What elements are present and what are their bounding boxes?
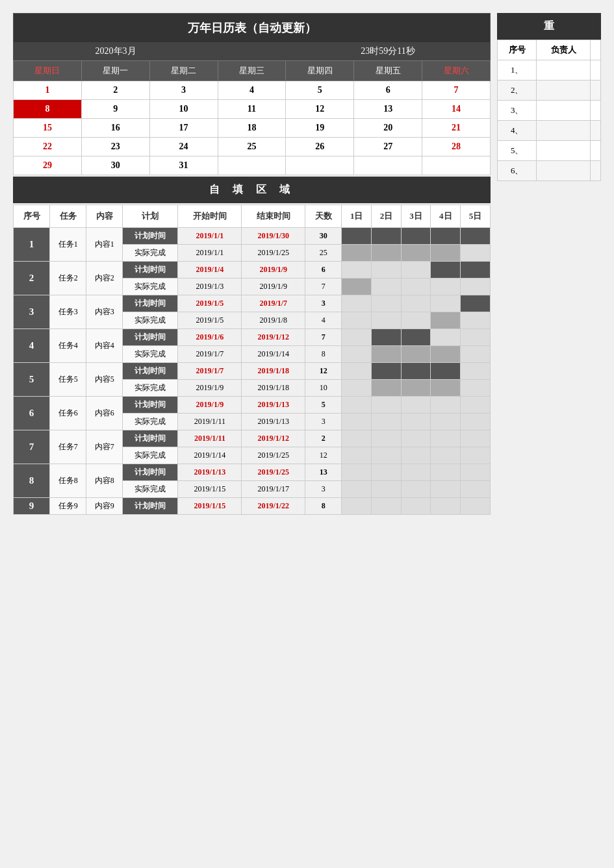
task-4-actual-start: 2019/1/7 [178,346,242,363]
cal-day-1: 1 [14,81,82,100]
task-8-bar2-5 [461,481,491,498]
task-9-plan-start: 2019/1/15 [178,498,242,515]
task-2-bar1-2 [372,262,402,279]
task-2-actual-start: 2019/1/3 [178,279,242,295]
task-7-bar2-5 [461,447,491,464]
task-4-bar2-5 [461,346,491,363]
task-3-bar1-2 [372,295,402,312]
task-6-bar2-4 [431,414,461,430]
task-3-content: 内容3 [86,295,123,329]
task-2-bar2-2 [372,279,402,295]
task-6-num: 6 [14,397,50,430]
right-row-5-num: 5、 [498,141,537,161]
task-2-plan-end: 2019/1/9 [242,262,305,279]
calendar-time: 23时59分11秒 [286,42,491,61]
task-5-plan-label: 计划时间 [123,363,178,380]
task-1-actual-start: 2019/1/1 [178,245,242,262]
right-table: 序号 负责人 1、 2、 3、 [497,40,601,181]
task-4-plan-days: 7 [305,329,342,346]
task-6-bar2-2 [372,414,402,430]
right-row-5-extra [591,141,601,161]
task-2-bar1-5 [461,262,491,279]
weekday-wed: 星期三 [218,61,286,81]
cal-day-6: 6 [354,81,422,100]
task-2-bar2-5 [461,279,491,295]
cal-day-17: 17 [149,119,218,138]
cal-day-2: 2 [81,81,149,100]
task-3-bar2-5 [461,312,491,329]
calendar-week-3: 15 16 17 18 19 20 21 [14,119,491,138]
task-9-plan-label: 计划时间 [123,498,178,515]
task-4-actual-end: 2019/1/14 [242,346,305,363]
task-1-content: 内容1 [86,228,123,262]
right-row-4-num: 4、 [498,121,537,141]
gantt-th-start: 开始时间 [178,205,242,228]
task-4-plan-row: 4 任务4 内容4 计划时间 2019/1/6 2019/1/12 7 [14,329,491,346]
task-7-plan-end: 2019/1/12 [242,430,305,447]
right-row-2-extra [591,81,601,101]
right-row-5: 5、 [498,141,601,161]
task-6-content: 内容6 [86,397,123,430]
task-1-bar1-4 [431,228,461,245]
task-1-actual-end: 2019/1/25 [242,245,305,262]
task-8-bar2-1 [342,481,372,498]
task-8-actual-start: 2019/1/15 [178,481,242,498]
task-6-plan-label: 计划时间 [123,397,178,414]
task-8-bar2-3 [401,481,431,498]
calendar-table: 万年日历表（自动更新） 2020年3月 23时59分11秒 星期日 星期一 星期… [13,13,491,175]
weekday-mon: 星期一 [81,61,149,81]
task-2-actual-label: 实际完成 [123,279,178,295]
task-7-bar1-3 [401,430,431,447]
task-2-content: 内容2 [86,262,123,295]
task-3-actual-start: 2019/1/5 [178,312,242,329]
cal-day-18: 18 [218,119,286,138]
task-2-bar2-3 [401,279,431,295]
task-6-bar2-3 [401,414,431,430]
calendar-month: 2020年3月 [14,42,218,61]
task-3-actual-label: 实际完成 [123,312,178,329]
task-5-actual-days: 10 [305,380,342,397]
task-1-plan-row: 1 任务1 内容1 计划时间 2019/1/1 2019/1/30 30 [14,228,491,245]
right-panel: 重 序号 负责人 1、 2、 [497,13,601,181]
task-5-bar1-5 [461,363,491,380]
gantt-th-day3: 3日 [401,205,431,228]
cal-day-27: 27 [354,138,422,156]
cal-day-12: 12 [286,100,354,119]
cal-day-4: 4 [218,81,286,100]
cal-empty-2 [286,156,354,175]
right-row-1-extra [591,60,601,81]
right-row-3-person [537,101,591,121]
task-5-bar2-5 [461,380,491,397]
task-4-plan-start: 2019/1/6 [178,329,242,346]
task-1-bar2-4 [431,245,461,262]
right-row-2: 2、 [498,81,601,101]
weekday-tue: 星期二 [149,61,218,81]
task-6-bar1-1 [342,397,372,414]
cal-empty-3 [354,156,422,175]
cal-day-26: 26 [286,138,354,156]
task-5-plan-end: 2019/1/18 [242,363,305,380]
task-5-plan-start: 2019/1/7 [178,363,242,380]
gantt-th-num: 序号 [14,205,50,228]
task-7-plan-row: 7 任务7 内容7 计划时间 2019/1/11 2019/1/12 2 [14,430,491,447]
task-8-plan-row: 8 任务8 内容8 计划时间 2019/1/13 2019/1/25 13 [14,464,491,481]
task-6-plan-days: 5 [305,397,342,414]
task-6-actual-start: 2019/1/11 [178,414,242,430]
task-8-plan-end: 2019/1/25 [242,464,305,481]
task-6-actual-days: 3 [305,414,342,430]
weekday-fri: 星期五 [354,61,422,81]
task-8-bar1-5 [461,464,491,481]
task-6-plan-row: 6 任务6 内容6 计划时间 2019/1/9 2019/1/13 5 [14,397,491,414]
right-row-3-extra [591,101,601,121]
task-2-actual-end: 2019/1/9 [242,279,305,295]
task-3-bar1-3 [401,295,431,312]
task-8-content: 内容8 [86,464,123,498]
task-4-num: 4 [14,329,50,363]
task-7-num: 7 [14,430,50,464]
cal-day-16: 16 [81,119,149,138]
task-1-plan-label: 计划时间 [123,228,178,245]
task-3-bar2-2 [372,312,402,329]
task-3-actual-days: 4 [305,312,342,329]
calendar-week-4: 22 23 24 25 26 27 28 [14,138,491,156]
right-row-3-num: 3、 [498,101,537,121]
